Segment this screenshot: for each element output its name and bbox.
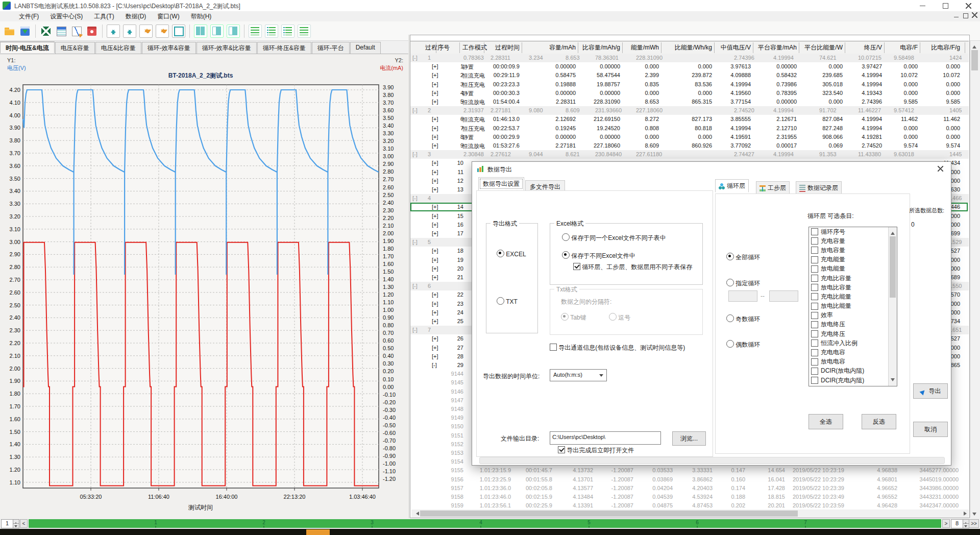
table-row[interactable]: [+]8静置00:00:29.90.000000.000000.0000.000…: [410, 133, 969, 141]
view-list-4-icon[interactable]: [298, 25, 311, 38]
cycle-item-充电电容[interactable]: 充电电容: [809, 348, 889, 357]
page-prev-button[interactable]: <: [20, 519, 28, 528]
row-expand-control[interactable]: [+]: [432, 248, 438, 254]
cycle-item-DCIR(放电内阻)[interactable]: DCIR(放电内阻): [809, 367, 889, 376]
menu-帮助(H)[interactable]: 帮助(H): [185, 11, 217, 21]
menu-窗口(W)[interactable]: 窗口(W): [152, 11, 185, 21]
cycle-item-充电终压[interactable]: 充电终压: [809, 329, 889, 338]
cycle-item-放电比能量[interactable]: 放电比能量: [809, 302, 889, 311]
row-expand-control[interactable]: [+]: [432, 353, 438, 359]
row-expand-control[interactable]: [+]: [432, 257, 438, 263]
list-scroll-thumb[interactable]: [890, 236, 896, 298]
table-row[interactable]: [-]22.319372.271819.0808.609231.93660227…: [410, 106, 969, 115]
chart-tab-Default[interactable]: Default: [350, 42, 381, 54]
mdi-minimize-icon[interactable]: [953, 12, 960, 18]
row-collapse-control[interactable]: [-]: [412, 55, 418, 61]
table-row[interactable]: [+]1静置00:00:09.90.000000.000000.0000.000…: [410, 62, 969, 71]
mdi-restore-icon[interactable]: [963, 12, 969, 18]
comma-radio[interactable]: 逗号: [609, 313, 630, 322]
close-button[interactable]: [957, 0, 980, 11]
table-row[interactable]: 91591.01:23:56.100:02:25.94.13391-1.2008…: [410, 501, 969, 510]
subsheet-checkbox[interactable]: 循环层、工步层、数据层用不同子表保存: [573, 263, 692, 272]
row-expand-control[interactable]: [+]: [432, 213, 438, 219]
row-expand-control[interactable]: [-]: [432, 362, 437, 368]
select-all-button[interactable]: 全选: [808, 414, 843, 429]
mdi-close-icon[interactable]: [972, 12, 977, 18]
cycle-item-放电容量[interactable]: 放电容量: [809, 246, 889, 255]
row-collapse-control[interactable]: [-]: [412, 239, 418, 245]
table-row[interactable]: [+]4静置00:00:30.30.000000.000000.0000.000…: [410, 89, 969, 98]
chart-edit-icon[interactable]: [70, 25, 83, 37]
output-dir-input[interactable]: C:\Users\pc\Desktop\: [550, 431, 661, 445]
odd-cycles-radio[interactable]: 奇数循环: [726, 314, 760, 324]
horizontal-scrollbar[interactable]: [411, 509, 969, 518]
chart-tab-循环-效率&容量[interactable]: 循环-效率&容量: [142, 42, 196, 54]
row-expand-control[interactable]: [+]: [432, 186, 438, 192]
range-end-input[interactable]: [769, 290, 798, 302]
report-view-icon[interactable]: [55, 25, 67, 37]
scroll-up-icon[interactable]: [970, 41, 978, 49]
tab-step-layer[interactable]: 工步层: [756, 181, 790, 194]
browse-button[interactable]: 浏览...: [672, 431, 706, 446]
table-row[interactable]: [+]7恒压充电00:22:53.70.1924519.245200.80880…: [410, 124, 969, 133]
zoom-expand-icon[interactable]: [156, 25, 169, 38]
hscroll-thumb[interactable]: [420, 510, 798, 517]
menu-设置中心(S)[interactable]: 设置中心(S): [44, 11, 88, 21]
menu-工具(T)[interactable]: 工具(T): [88, 11, 119, 21]
row-collapse-control[interactable]: [-]: [412, 283, 418, 289]
menu-文件(F)[interactable]: 文件(F): [13, 11, 44, 21]
dialog-close-icon[interactable]: [936, 165, 946, 173]
zoom-horizontal-icon[interactable]: [107, 25, 120, 38]
range-start-input[interactable]: [728, 290, 757, 302]
scroll-right-icon[interactable]: [961, 509, 969, 518]
row-expand-control[interactable]: [+]: [432, 291, 438, 298]
vertical-scrollbar[interactable]: [970, 41, 979, 518]
excel-radio[interactable]: EXCEL: [497, 250, 526, 258]
row-expand-control[interactable]: [+]: [432, 72, 438, 78]
cycle-item-充电比容量[interactable]: 充电比容量: [809, 274, 889, 283]
table-row[interactable]: [+]6恒流充电01:46:13.02.12692212.691508.2728…: [410, 115, 969, 124]
row-collapse-control[interactable]: [-]: [412, 151, 418, 157]
export-button[interactable]: 导出: [913, 383, 948, 399]
tab-export-settings[interactable]: 数据导出设置: [478, 177, 524, 190]
row-expand-control[interactable]: [+]: [432, 160, 438, 166]
row-expand-control[interactable]: [+]: [432, 90, 438, 96]
row-expand-control[interactable]: [+]: [432, 116, 438, 122]
range-cycles-radio[interactable]: 指定循环: [726, 279, 760, 288]
table-row[interactable]: 91551.01:23:15.900:01:45.74.13732-1.2008…: [410, 466, 969, 475]
view-list-1-icon[interactable]: [249, 25, 262, 38]
tab-record-layer[interactable]: 数据记录层: [796, 181, 842, 194]
cycle-item-放电比容量[interactable]: 放电比容量: [809, 283, 889, 292]
txt-radio[interactable]: TXT: [497, 297, 518, 305]
scroll-left-icon[interactable]: [411, 509, 420, 518]
row-expand-control[interactable]: [+]: [432, 274, 438, 280]
row-expand-control[interactable]: [+]: [432, 178, 438, 184]
chart-tab-循环-终压&容量[interactable]: 循环-终压&容量: [257, 42, 311, 54]
list-scrollbar[interactable]: [888, 227, 897, 386]
view-list-2-icon[interactable]: [265, 25, 278, 38]
export-excel-icon[interactable]: [40, 25, 52, 37]
left-spin-down-icon[interactable]: [13, 523, 19, 528]
menu-数据(D)[interactable]: 数据(D): [120, 11, 152, 21]
zoom-divide-icon[interactable]: [139, 25, 153, 38]
cycle-item-放电终压[interactable]: 放电终压: [809, 320, 889, 329]
zoom-compress-icon[interactable]: [123, 25, 136, 38]
table-row[interactable]: [+]5恒流放电01:54:00.42.28311228.310908.6538…: [410, 98, 969, 106]
cycle-item-放电能量[interactable]: 放电能量: [809, 264, 889, 274]
all-cycles-radio[interactable]: 全部循环: [726, 253, 760, 262]
chart-tab-循环-平台[interactable]: 循环-平台: [312, 42, 350, 54]
zoom-fit-icon[interactable]: [172, 25, 185, 38]
row-expand-control[interactable]: [+]: [432, 335, 438, 342]
row-expand-control[interactable]: [+]: [432, 134, 438, 140]
scroll-down-icon[interactable]: [970, 509, 978, 518]
table-row[interactable]: [-]10.783632.283113.2348.65378.36301228.…: [410, 54, 969, 62]
vscroll-thumb[interactable]: [971, 50, 978, 70]
table-row[interactable]: 91581.01:23:46.000:02:15.94.13484-1.2008…: [410, 493, 969, 501]
schedule-stop-icon[interactable]: [86, 25, 98, 37]
same-file-radio[interactable]: 保存于同一个Excel文件不同子表中: [562, 233, 666, 242]
view-list-3-icon[interactable]: [281, 25, 295, 38]
row-expand-control[interactable]: [+]: [432, 222, 438, 228]
cycle-item-循环序号[interactable]: 循环序号: [809, 227, 889, 236]
row-expand-control[interactable]: [+]: [432, 318, 438, 324]
even-cycles-radio[interactable]: 偶数循环: [726, 340, 760, 349]
